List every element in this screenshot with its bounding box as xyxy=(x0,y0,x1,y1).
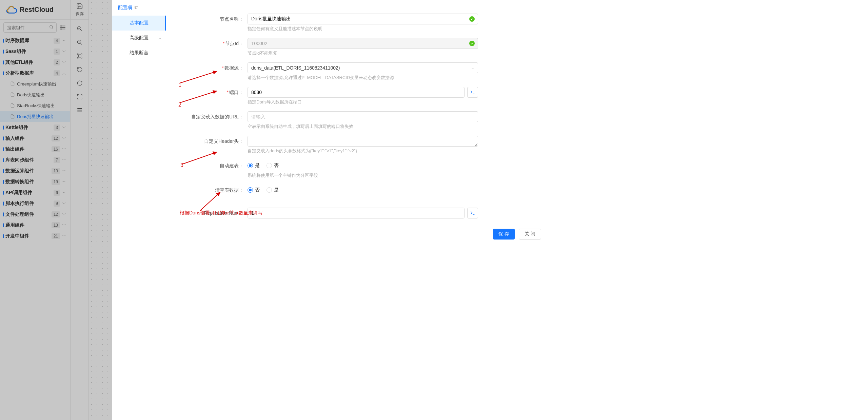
panel-save-button[interactable]: 保 存 xyxy=(493,229,515,240)
file-icon xyxy=(10,103,15,109)
component-nav: 时序数据库4﹀Sass组件1﹀其他ETL组件2﹀分析型数据库4︿Greenplu… xyxy=(0,35,70,420)
sidebar-item[interactable]: 时序数据库4﹀ xyxy=(0,35,70,46)
fullscreen-icon[interactable] xyxy=(76,93,83,100)
undo-icon[interactable] xyxy=(76,66,83,73)
load-url-input[interactable] xyxy=(248,111,478,122)
repl-label: Replication Num： xyxy=(180,208,248,218)
node-id-hint: 节点id不能重复 xyxy=(248,50,478,56)
svg-point-0 xyxy=(50,25,53,28)
sidebar-item[interactable]: 输出组件16﹀ xyxy=(0,144,70,155)
check-icon xyxy=(469,16,475,22)
file-icon xyxy=(10,92,15,98)
search-input[interactable] xyxy=(3,22,57,33)
clear-yes-radio[interactable]: 是 xyxy=(267,187,279,193)
config-panel: 配置项 基本配置 高级配置︿ 结果断言 节点名称： 指定任何有意义且能描述本节点… xyxy=(112,0,868,420)
sidebar-subitem[interactable]: Greenplum快速输出 xyxy=(0,79,70,90)
datasource-select[interactable]: doris_data(ETL_DORIS_1160823411002) ⌄ xyxy=(248,62,478,73)
tab-advanced-label: 高级配置 xyxy=(130,35,149,41)
header-textarea[interactable] xyxy=(248,136,478,147)
chevron-icon: ﹀ xyxy=(62,190,66,196)
tool-column: 保存 xyxy=(71,0,89,420)
chevron-icon: ﹀ xyxy=(62,157,66,163)
list-toggle-icon[interactable] xyxy=(59,24,67,31)
svg-rect-16 xyxy=(77,108,82,109)
sidebar-item[interactable]: 数据转换组件19﹀ xyxy=(0,176,70,187)
panel-tabs: 基本配置 高级配置︿ 结果断言 xyxy=(112,0,166,420)
header-label: 自定义Header头： xyxy=(180,136,248,147)
svg-point-6 xyxy=(61,27,61,28)
sidebar-item[interactable]: 其他ETL组件2﹀ xyxy=(0,57,70,68)
svg-line-1 xyxy=(52,28,53,29)
sidebar-item[interactable]: 开发中组件21﹀ xyxy=(0,231,70,242)
chevron-icon: ﹀ xyxy=(62,168,66,174)
svg-rect-15 xyxy=(78,55,81,57)
header-hint: 自定义载入doris的头参数格式为{"key1":"v1","key1":"v2… xyxy=(248,148,478,154)
left-sidebar: RestCloud 时序数据库4﹀Sass组件1﹀其他ETL组件2﹀分析型数据库… xyxy=(0,0,71,420)
sidebar-item[interactable]: API调用组件6﹀ xyxy=(0,187,70,198)
chevron-icon: ﹀ xyxy=(62,201,66,207)
auto-table-yes-radio[interactable]: 是 xyxy=(248,163,260,169)
zoom-out-icon[interactable] xyxy=(76,25,83,33)
sidebar-subitem[interactable]: Doris快速输出 xyxy=(0,90,70,100)
load-url-hint: 空表示由系统自动生成，填写后上面填写的端口将失效 xyxy=(248,123,478,130)
chevron-icon: ﹀ xyxy=(62,38,66,44)
sidebar-item[interactable]: 库表同步组件7﹀ xyxy=(0,155,70,166)
port-expr-button[interactable] xyxy=(467,87,478,98)
sidebar-item[interactable]: 文件处理组件12﹀ xyxy=(0,209,70,220)
sidebar-item[interactable]: 分析型数据库4︿ xyxy=(0,68,70,79)
tab-close-icon[interactable] xyxy=(134,5,138,11)
save-icon xyxy=(76,3,83,11)
sidebar-item[interactable]: 脚本执行组件9﹀ xyxy=(0,198,70,209)
zoom-in-icon[interactable] xyxy=(76,39,83,46)
sidebar-item[interactable]: 通用组件13﹀ xyxy=(0,220,70,231)
datasource-hint: 请选择一个数据源,允许通过P_MODEL_DATASRCID变量来动态改变数据源 xyxy=(248,75,478,81)
auto-table-no-radio[interactable]: 否 xyxy=(267,163,279,169)
chevron-icon: ﹀ xyxy=(62,49,66,55)
auto-table-hint: 系统将使用第一个主键作为分区字段 xyxy=(248,172,478,178)
sidebar-item[interactable]: 数据运算组件13﹀ xyxy=(0,166,70,176)
sidebar-item[interactable]: Kettle组件3﹀ xyxy=(0,122,70,133)
logo-text: RestCloud xyxy=(20,6,54,14)
fit-icon[interactable] xyxy=(76,52,83,60)
sidebar-item[interactable]: 输入组件12﹀ xyxy=(0,133,70,144)
panel-title: 配置项 xyxy=(118,5,132,11)
search-input-wrap xyxy=(3,22,57,33)
chevron-icon: ﹀ xyxy=(62,125,66,131)
svg-rect-17 xyxy=(77,110,82,111)
sidebar-item[interactable]: Sass组件1﹀ xyxy=(0,46,70,57)
port-label: *端口： xyxy=(180,87,248,98)
chevron-down-icon: ⌄ xyxy=(471,65,474,70)
panel-close-button[interactable]: 关 闭 xyxy=(519,229,541,240)
chevron-icon: ﹀ xyxy=(62,233,66,239)
node-id-input[interactable] xyxy=(248,38,478,49)
svg-point-5 xyxy=(61,25,61,26)
sidebar-subitem[interactable]: StarRocks快速输出 xyxy=(0,100,70,111)
sidebar-subitem[interactable]: Doris批量快速输出 xyxy=(0,111,70,122)
chevron-up-icon: ︿ xyxy=(158,35,162,41)
search-icon[interactable] xyxy=(49,25,54,31)
clear-label: 清空表数据： xyxy=(180,185,248,195)
minimap-icon[interactable] xyxy=(76,107,83,114)
save-button[interactable]: 保存 xyxy=(71,0,88,20)
datasource-value: doris_data(ETL_DORIS_1160823411002) xyxy=(251,65,340,71)
clear-no-radio[interactable]: 否 xyxy=(248,187,260,193)
tab-advanced[interactable]: 高级配置︿ xyxy=(112,31,166,45)
node-name-input[interactable] xyxy=(248,14,478,24)
auto-table-label: 自动建表： xyxy=(180,160,248,171)
tab-assert[interactable]: 结果断言 xyxy=(112,45,166,60)
svg-rect-18 xyxy=(77,111,82,112)
repl-input[interactable] xyxy=(248,208,465,218)
svg-line-12 xyxy=(80,43,82,44)
repl-expr-button[interactable] xyxy=(467,208,478,218)
datasource-label: *数据源： xyxy=(180,62,248,73)
tab-basic[interactable]: 基本配置 xyxy=(112,16,166,31)
svg-rect-19 xyxy=(135,6,137,8)
port-input[interactable] xyxy=(248,87,465,98)
redo-icon[interactable] xyxy=(76,79,83,87)
node-id-label: *节点Id： xyxy=(180,38,248,49)
tab-assert-label: 结果断言 xyxy=(130,50,149,56)
check-icon xyxy=(469,41,475,46)
panel-body: 节点名称： 指定任何有意义且能描述本节点的说明 *节点Id： 节点i xyxy=(166,0,868,420)
logo: RestCloud xyxy=(0,0,70,20)
file-icon xyxy=(10,81,15,87)
